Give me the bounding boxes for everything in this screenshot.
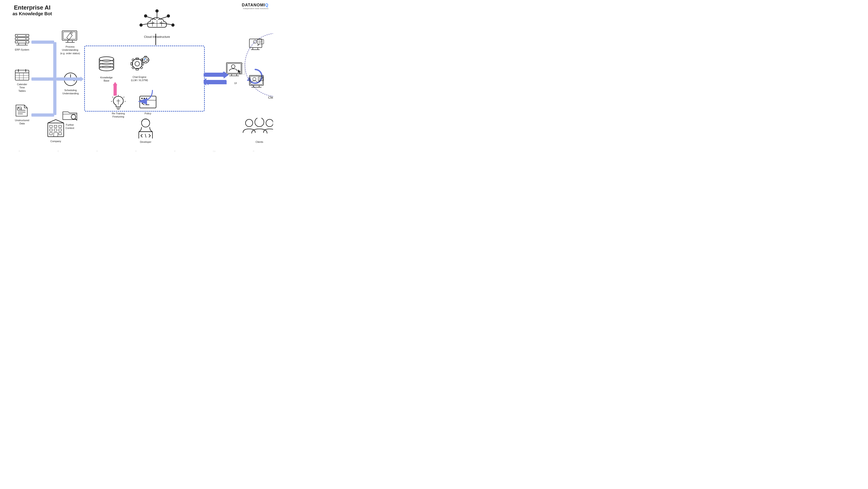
main-title: Enterprise AI <box>12 4 52 11</box>
svg-line-90 <box>142 104 144 105</box>
knowledge-base-box: KnowledgeBase <box>95 56 118 82</box>
developer-label: Developer <box>132 140 159 143</box>
svg-line-89 <box>142 102 144 104</box>
client-desktop2-icon <box>248 75 268 90</box>
svg-rect-126 <box>50 125 52 127</box>
chat-engine-label: Chat Engine(LLM / XLSTM) <box>125 76 154 82</box>
svg-point-87 <box>146 98 147 99</box>
client-desktop2 <box>249 75 267 89</box>
svg-point-39 <box>167 15 170 18</box>
logo-sub: Independent Data Solutions <box>242 7 269 9</box>
retraining-box: Re-TrainingFinetuning <box>105 94 132 118</box>
svg-rect-65 <box>132 66 134 69</box>
policy-icon <box>139 95 157 110</box>
svg-line-78 <box>113 97 113 97</box>
clients-label-container: Clients <box>264 96 273 99</box>
svg-rect-66 <box>140 66 143 69</box>
company-icon <box>45 118 66 138</box>
svg-rect-26 <box>63 32 76 39</box>
developer-icon-box: Developer <box>132 118 159 143</box>
clients-group-icon <box>241 118 273 139</box>
svg-point-24 <box>18 107 19 108</box>
clients-label: Clients <box>264 96 273 99</box>
title-block: Enterprise AI as Knowledge Bot <box>12 4 52 17</box>
company-icon-box: Company <box>42 118 69 143</box>
clients-bottom-label: Clients <box>239 140 273 143</box>
knowledge-base-label: KnowledgeBase <box>95 76 118 82</box>
cloud-section: Cloud Infrastructure <box>139 9 175 38</box>
svg-point-85 <box>141 98 143 99</box>
svg-rect-127 <box>54 125 57 127</box>
cloud-label: Cloud Infrastructure <box>139 35 175 38</box>
unstructured-icon-box: UnstructuredData <box>12 104 32 125</box>
calendar-connector <box>31 78 54 81</box>
erp-icon-box: ERP-System <box>12 34 32 51</box>
center-arrow-head <box>81 77 84 82</box>
developer-icon <box>135 118 156 139</box>
ui-icon <box>225 61 246 80</box>
svg-rect-63 <box>132 59 134 61</box>
unstructured-label: UnstructuredData <box>12 119 32 125</box>
svg-point-37 <box>155 9 159 12</box>
unstructured-connector <box>31 113 54 117</box>
calendar-label: CalenderTimeTables <box>12 83 32 92</box>
svg-point-38 <box>144 15 147 18</box>
scheduling-label: SchedulingUnderstanding <box>59 89 82 95</box>
sub-title: as Knowledge Bot <box>12 11 52 17</box>
svg-point-58 <box>135 61 140 66</box>
svg-point-104 <box>253 40 257 43</box>
clients-icon-box: Clients <box>239 118 273 143</box>
svg-line-137 <box>145 134 146 138</box>
cloud-icon <box>139 9 175 36</box>
svg-rect-133 <box>59 133 61 135</box>
svg-point-41 <box>171 24 175 27</box>
svg-rect-129 <box>50 129 52 131</box>
svg-point-5 <box>26 38 26 39</box>
calendar-icon <box>14 68 30 81</box>
arrow-to-ui <box>205 72 227 77</box>
svg-point-86 <box>144 98 145 99</box>
process-icon <box>61 30 79 43</box>
policy-label: Policy <box>136 112 159 115</box>
svg-rect-117 <box>250 76 262 85</box>
svg-point-73 <box>144 58 145 60</box>
ui-label: UI <box>224 82 247 85</box>
svg-point-56 <box>99 63 114 68</box>
svg-point-140 <box>266 119 273 127</box>
svg-rect-128 <box>59 125 61 127</box>
svg-rect-12 <box>15 70 29 80</box>
process-icon-box: ProcessUnderstanding(e.g. order status) <box>56 30 84 55</box>
retraining-label: Re-TrainingFinetuning <box>105 112 132 118</box>
retraining-icon <box>110 94 126 110</box>
knowledge-base-icon <box>97 56 116 74</box>
client-desktop-icon <box>248 38 266 53</box>
pink-arrow-up <box>113 82 117 96</box>
erp-icon <box>14 34 30 46</box>
scheduling-icon-box: SchedulingUnderstanding <box>59 72 82 95</box>
company-label: Company <box>42 140 69 143</box>
svg-rect-105 <box>257 39 264 44</box>
svg-rect-131 <box>59 129 61 131</box>
logo-text: DATANOMIQ <box>242 3 269 7</box>
erp-label: ERP-System <box>12 48 32 51</box>
erp-connector <box>31 40 54 44</box>
calendar-icon-box: CalenderTimeTables <box>12 68 32 92</box>
client-desktop <box>249 38 266 52</box>
svg-point-8 <box>26 41 26 42</box>
logo: DATANOMIQ Independent Data Solutions <box>242 3 269 9</box>
svg-point-2 <box>26 35 26 36</box>
ui-icon-box: UI <box>224 61 247 85</box>
cloud-line-down <box>155 34 156 45</box>
policy-box: Policy <box>136 95 159 115</box>
chat-engine-box: Chat Engine(LLM / XLSTM) <box>125 54 154 82</box>
svg-point-138 <box>246 119 253 127</box>
svg-point-139 <box>255 118 264 127</box>
process-label: ProcessUnderstanding(e.g. order status) <box>56 45 84 55</box>
watermark-row: © © © © © Co © <box>0 150 273 152</box>
svg-point-121 <box>253 78 256 81</box>
svg-point-94 <box>231 65 235 68</box>
svg-point-67 <box>143 57 149 63</box>
chat-engine-icon <box>127 54 152 74</box>
vertical-connector <box>53 42 56 115</box>
main-container: Enterprise AI as Knowledge Bot DATANOMIQ… <box>0 0 273 154</box>
